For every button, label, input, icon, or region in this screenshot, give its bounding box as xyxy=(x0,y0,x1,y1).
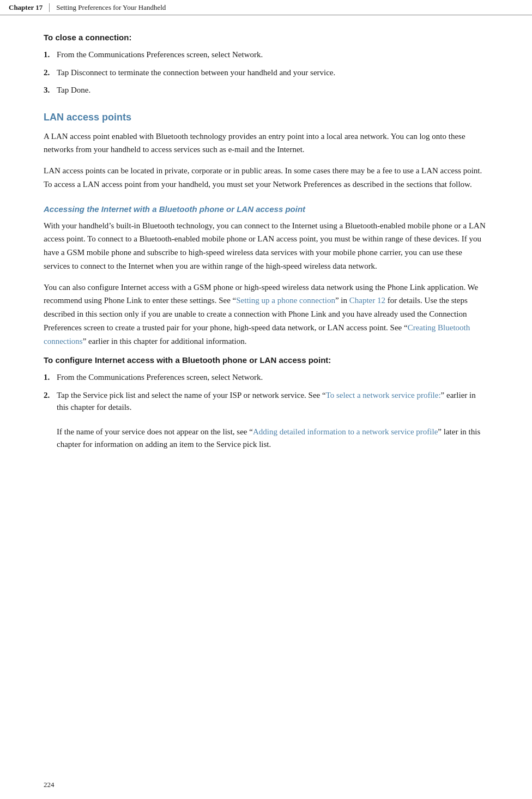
step-text: Tap the Service pick list and select the… xyxy=(57,389,488,451)
step-text: Tap Done. xyxy=(57,84,488,96)
accessing-internet-paragraph-2: You can also configure Internet access w… xyxy=(44,281,488,348)
step-text: From the Communications Preferences scre… xyxy=(57,49,488,61)
header-chapter: Chapter 17 xyxy=(9,3,43,12)
creating-bluetooth-link[interactable]: Creating Bluetooth connections xyxy=(44,323,470,346)
adding-detailed-info-link[interactable]: Adding detailed information to a network… xyxy=(253,427,438,436)
main-content: To close a connection: 1. From the Commu… xyxy=(0,15,532,479)
phone-connection-link[interactable]: Setting up a phone connection xyxy=(236,296,335,305)
step-number: 3. xyxy=(44,84,57,96)
list-item: 1. From the Communications Preferences s… xyxy=(44,371,488,384)
step-text: Tap Disconnect to terminate the connecti… xyxy=(57,66,488,79)
step-number: 2. xyxy=(44,66,57,79)
header-bar: Chapter 17 Setting Preferences for Your … xyxy=(0,0,532,15)
list-item: 1. From the Communications Preferences s… xyxy=(44,49,488,61)
list-item: 2. Tap Disconnect to terminate the conne… xyxy=(44,66,488,79)
network-service-profile-link[interactable]: To select a network service profile: xyxy=(326,391,441,400)
accessing-internet-heading: Accessing the Internet with a Bluetooth … xyxy=(44,204,488,214)
close-connection-steps: 1. From the Communications Preferences s… xyxy=(44,49,488,96)
configure-internet-steps: 1. From the Communications Preferences s… xyxy=(44,371,488,450)
lan-paragraph-1: A LAN access point enabled with Bluetoot… xyxy=(44,130,488,157)
accessing-internet-paragraph-1: With your handheld’s built-in Bluetooth … xyxy=(44,219,488,273)
step-number: 1. xyxy=(44,371,57,384)
close-connection-heading: To close a connection: xyxy=(44,33,488,42)
header-title: Setting Preferences for Your Handheld xyxy=(56,3,166,12)
step-number: 2. xyxy=(44,389,57,402)
lan-access-points-heading: LAN access points xyxy=(44,112,488,123)
list-item: 3. Tap Done. xyxy=(44,84,488,96)
step-text: From the Communications Preferences scre… xyxy=(57,371,488,384)
header-separator xyxy=(49,3,50,12)
chapter-12-link[interactable]: Chapter 12 xyxy=(349,296,385,305)
page-number: 224 xyxy=(44,780,55,789)
page-container: Chapter 17 Setting Preferences for Your … xyxy=(0,0,532,799)
step-number: 1. xyxy=(44,49,57,61)
configure-internet-heading: To configure Internet access with a Blue… xyxy=(44,355,488,365)
lan-paragraph-2: LAN access points can be located in priv… xyxy=(44,164,488,191)
list-item: 2. Tap the Service pick list and select … xyxy=(44,389,488,451)
